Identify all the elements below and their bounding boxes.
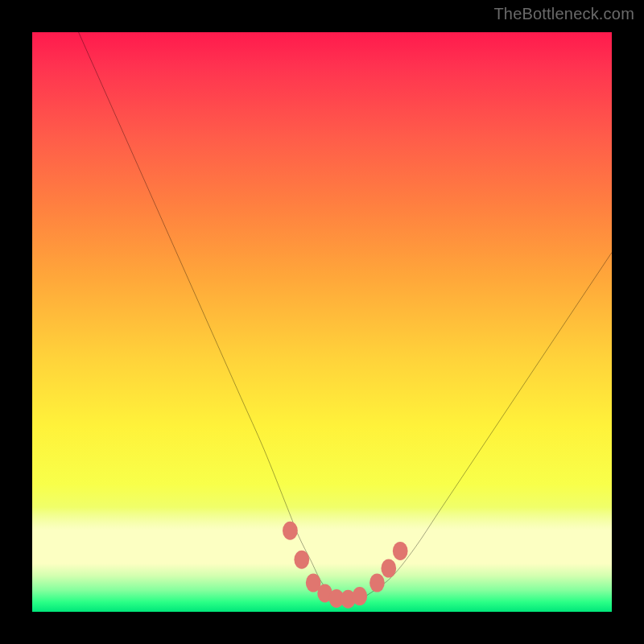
marker-group: [283, 522, 408, 609]
marker-dot: [283, 522, 298, 540]
plot-area: [32, 32, 612, 612]
marker-dot: [369, 573, 385, 592]
marker-dot: [294, 551, 309, 569]
curve-path: [79, 32, 612, 601]
marker-dot: [352, 587, 367, 605]
marker-dot: [381, 559, 396, 577]
chart-frame: TheBottleneck.com: [0, 0, 644, 644]
marker-dot: [393, 542, 408, 560]
watermark-text: TheBottleneck.com: [493, 5, 634, 23]
curve-layer: [32, 32, 612, 612]
